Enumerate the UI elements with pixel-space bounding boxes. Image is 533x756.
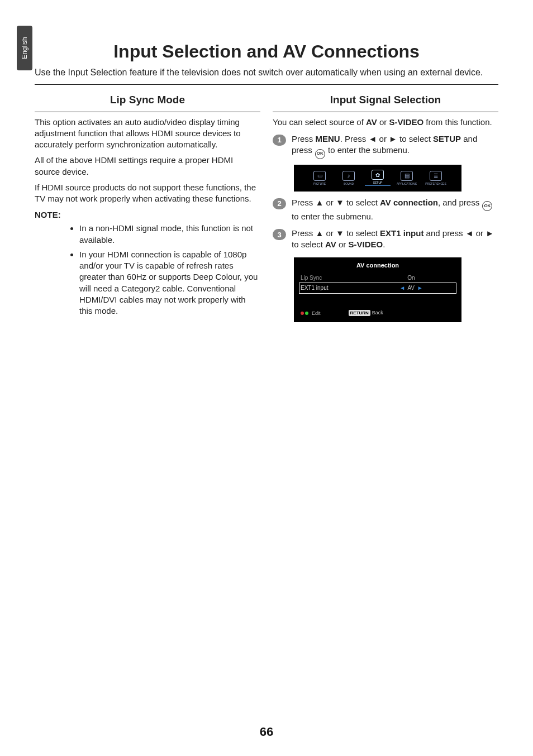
text: , and press — [438, 198, 482, 207]
menu-label: SOUND — [344, 182, 354, 185]
arrow-left-icon[interactable]: ◄ — [398, 285, 406, 291]
left-p1: This option activates an auto audio/vide… — [35, 117, 260, 151]
language-tab-label: English — [21, 37, 28, 59]
right-intro: You can select source of AV or S-VIDEO f… — [273, 117, 498, 128]
text: You can select source of — [273, 117, 366, 127]
panel-footer-back-label: Back — [372, 310, 383, 315]
panel-row-value-text: AV — [407, 285, 415, 291]
panel-footer-return: RETURNBack — [349, 310, 383, 316]
bold-setup: SETUP — [433, 134, 461, 143]
return-button-icon: RETURN — [349, 310, 370, 316]
bold-avconn: AV connection — [380, 198, 438, 207]
step-badge-1: 1 — [273, 135, 286, 146]
left-p3: If HDMI source products do not support t… — [35, 182, 260, 205]
page-intro: Use the Input Selection feature if the t… — [35, 66, 498, 79]
icon-glyph: ▭ — [317, 173, 322, 179]
osd-panel-av-connection: AV connection Lip Sync On EXT1 input ◄ A… — [294, 257, 461, 322]
divider-right — [273, 112, 498, 112]
note-label: NOTE: — [35, 210, 260, 219]
menu-item-picture[interactable]: ▭ PICTURE — [307, 171, 332, 185]
bold-av: AV — [325, 240, 336, 249]
icon-glyph: ▤ — [404, 173, 410, 179]
picture-icon: ▭ — [313, 171, 326, 181]
text: Press — [292, 134, 316, 143]
panel-row-lip-sync[interactable]: Lip Sync On — [299, 273, 456, 283]
left-p2: All of the above HDMI settings require a… — [35, 155, 260, 178]
section-title-input-signal: Input Signal Selection — [273, 94, 498, 106]
panel-row-value: On — [367, 275, 456, 281]
note-list: In a non-HDMI signal mode, this function… — [35, 223, 260, 317]
sound-icon: ♪ — [342, 171, 355, 181]
menu-label: SETUP — [373, 181, 383, 184]
menu-label: PICTURE — [313, 182, 326, 185]
menu-item-sound[interactable]: ♪ SOUND — [336, 171, 361, 185]
page-title: Input Selection and AV Connections — [35, 41, 498, 62]
bold-svideo: S-VIDEO — [389, 117, 423, 127]
panel-footer-edit: Edit — [299, 310, 321, 317]
step-3-text: Press ▲ or ▼ to select EXT1 input and pr… — [292, 228, 498, 251]
text: or — [377, 117, 389, 127]
menu-item-applications[interactable]: ▤ APPLICATIONS — [394, 171, 420, 185]
panel-row-label: EXT1 input — [299, 285, 367, 291]
page-number: 66 — [0, 725, 533, 739]
text: . Press ◄ or ► to select — [340, 134, 433, 143]
divider-left — [35, 112, 260, 112]
text: from this function. — [423, 117, 492, 127]
menu-item-setup[interactable]: ✿ SETUP — [365, 170, 391, 186]
note-item-1: In a non-HDMI signal mode, this function… — [79, 223, 260, 246]
text: to enter the submenu. — [292, 212, 373, 221]
step-1-text: Press MENU. Press ◄ or ► to select SETUP… — [292, 133, 498, 159]
ok-icon: OK — [482, 201, 492, 211]
step-badge-3: 3 — [273, 229, 286, 240]
text: to enter the submenu. — [326, 145, 410, 155]
left-column: Lip Sync Mode This option activates an a… — [35, 90, 260, 322]
step-2-text: Press ▲ or ▼ to select AV connection, an… — [292, 197, 498, 223]
step-badge-2: 2 — [273, 198, 286, 209]
menu-label: PREFERENCES — [425, 182, 446, 185]
osd-menu-strip: ▭ PICTURE ♪ SOUND ✿ SETUP ▤ APPLICATIONS… — [294, 165, 461, 192]
divider-top — [35, 84, 498, 85]
step-2: 2 Press ▲ or ▼ to select AV connection, … — [273, 197, 498, 223]
color-dots-icon — [299, 310, 310, 317]
text: or — [336, 240, 349, 249]
arrow-right-icon[interactable]: ► — [416, 285, 424, 291]
note-item-2: In your HDMI connection is capable of 10… — [79, 249, 260, 317]
icon-glyph: ✿ — [375, 172, 380, 178]
icon-glyph: ♪ — [348, 173, 350, 179]
menu-item-preferences[interactable]: ≣ PREFERENCES — [423, 171, 449, 185]
setup-icon: ✿ — [372, 170, 384, 180]
panel-row-value: ◄ AV ► — [367, 285, 456, 291]
panel-footer-edit-label: Edit — [312, 310, 321, 316]
panel-row-label: Lip Sync — [299, 275, 367, 281]
panel-row-ext1-input[interactable]: EXT1 input ◄ AV ► — [299, 283, 456, 293]
bold-ext1: EXT1 input — [380, 228, 423, 238]
right-column: Input Signal Selection You can select so… — [273, 90, 498, 322]
step-3: 3 Press ▲ or ▼ to select EXT1 input and … — [273, 228, 498, 251]
ok-icon: OK — [315, 149, 325, 159]
applications-icon: ▤ — [401, 171, 413, 181]
text: Press ▲ or ▼ to select — [292, 198, 380, 207]
bold-av: AV — [366, 117, 377, 127]
bold-menu: MENU — [316, 134, 340, 143]
text: Press ▲ or ▼ to select — [292, 228, 380, 238]
preferences-icon: ≣ — [430, 171, 442, 181]
bold-svideo: S-VIDEO — [348, 240, 383, 249]
language-tab: English — [17, 26, 32, 70]
panel-title: AV connection — [299, 262, 456, 269]
step-1: 1 Press MENU. Press ◄ or ► to select SET… — [273, 133, 498, 159]
text: . — [383, 240, 385, 249]
section-title-lip-sync: Lip Sync Mode — [35, 94, 260, 106]
menu-label: APPLICATIONS — [397, 182, 417, 185]
panel-footer: Edit RETURNBack — [299, 310, 456, 317]
icon-glyph: ≣ — [434, 173, 438, 179]
